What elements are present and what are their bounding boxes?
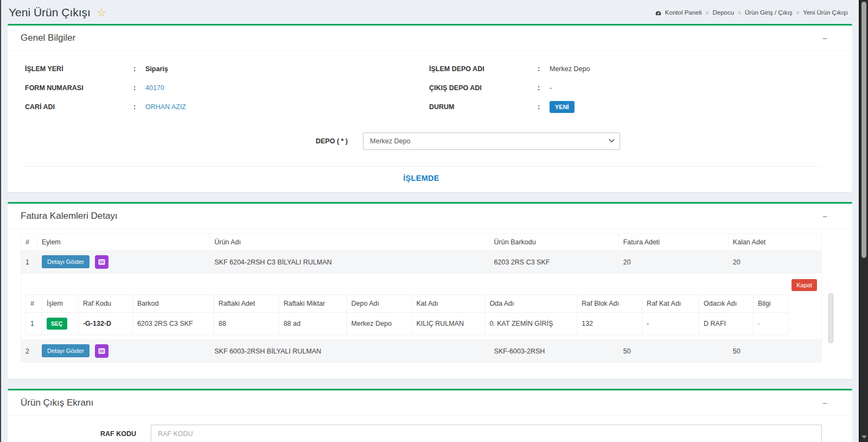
field-label: İŞLEM YERİ (25, 65, 133, 73)
genel-right-column: İŞLEM DEPO ADI : Merkez Depo ÇIKIŞ DEPO … (425, 63, 822, 113)
list-icon-button[interactable] (95, 344, 108, 358)
status-badge: YENİ (550, 101, 575, 113)
breadcrumb-separator: > (796, 10, 799, 16)
field-value: Sipariş (145, 65, 168, 73)
collapse-minus-icon[interactable]: − (822, 212, 827, 220)
cell-oda-adi: 0. KAT ZEMİN GİRİŞ (485, 313, 577, 335)
col-header-kalan-adet: Kalan Adet (728, 234, 821, 251)
panel-genel-bilgiler: Genel Bilgiler − İŞLEM YERİ : Sipariş FO… (8, 24, 852, 192)
cell-barkod: 6203 2RS C3 SKF (132, 313, 214, 335)
col-header-fatura-adeti: Fatura Adeti (618, 234, 728, 251)
cell-raf-kat-adi: - (642, 313, 699, 335)
col-header-eylem: Eylem (37, 234, 210, 251)
detay-goster-button[interactable]: Detayı Göster (42, 344, 90, 357)
col-header-oda-adi: Oda Adı (485, 295, 577, 313)
col-header-raf-kat-adi: Raf Kat Adı (642, 295, 699, 313)
detay-goster-button[interactable]: Detayı Göster (42, 255, 90, 268)
list-icon-button[interactable] (95, 255, 108, 269)
col-header-urun-adi: Ürün Adı (210, 234, 489, 251)
panel-genel-bilgiler-header: Genel Bilgiler − (8, 26, 852, 51)
cell-raftaki-adet: 88 (214, 313, 279, 335)
cell-odacik-adi: D RAFI (699, 313, 754, 335)
kapat-button[interactable]: Kapat (792, 279, 817, 291)
breadcrumb-item-urun-giris-cikis[interactable]: Ürün Giriş / Çıkış (745, 9, 793, 16)
raf-kodu-input[interactable] (151, 425, 822, 442)
raf-kodu-label: RAF KODU (21, 430, 151, 438)
content-header: Yeni Ürün Çıkışı ☆ Kontol Paneli > Depoc… (8, 0, 852, 24)
cell-num: 2 (21, 340, 37, 363)
genel-footer: İŞLEMDE (21, 166, 822, 192)
breadcrumb-item-kontrol-paneli[interactable]: Kontol Paneli (665, 9, 702, 16)
collapse-minus-icon[interactable]: − (822, 399, 827, 407)
col-header-odacik-adi: Odacık Adı (699, 295, 754, 313)
panel-urun-cikis-header: Ürün Çıkış Ekranı − (8, 390, 852, 416)
fatura-table: # Eylem Ürün Adı Ürün Barkodu Fatura Ade… (21, 233, 822, 363)
field-cari-adi: CARİ ADI : ORHAN AZIZ (25, 101, 425, 113)
depo-select[interactable]: Merkez Depo (363, 132, 620, 150)
islemde-link[interactable]: İŞLEMDE (403, 174, 439, 182)
breadcrumb: Kontol Paneli > Depocu > Ürün Giriş / Çı… (655, 9, 850, 16)
cell-kalan-adet: 20 (728, 251, 821, 274)
field-colon: : (133, 103, 145, 111)
col-header-raftaki-miktar: Raftaki Miktar (279, 295, 347, 313)
shelf-detail-table: # İşlem Raf Kodu Barkod Raftaki Adet Raf… (25, 294, 789, 335)
cell-raftaki-miktar: 88 ad (279, 313, 347, 335)
breadcrumb-separator: > (738, 10, 741, 16)
form-number-link[interactable]: 40170 (145, 84, 164, 92)
field-colon: : (538, 84, 550, 92)
cell-barcode: SKF-6003-2RSH (489, 340, 618, 363)
scrollbar-down-arrow-icon[interactable] (861, 435, 867, 439)
cell-eylem: Detayı Göster (37, 340, 210, 363)
table-row-1: 1 Detayı Göster SKF 6204-2RSH C3 BİLYALI… (21, 251, 822, 274)
detail-scrollbar-thumb[interactable] (828, 293, 833, 343)
field-value: Merkez Depo (550, 65, 590, 73)
shelf-table-row: 1 SEÇ -G-132-D 6203 2RS C3 SKF 88 88 ad … (26, 313, 789, 335)
field-label: FORM NUMARASI (25, 84, 133, 92)
page-scrollbar-thumb[interactable] (861, 2, 866, 258)
raf-kodu-form-row: RAF KODU (21, 425, 822, 442)
page-scrollbar[interactable] (859, 0, 868, 442)
breadcrumb-item-depocu[interactable]: Depocu (712, 9, 734, 16)
table-list-icon (98, 259, 105, 265)
field-form-numarasi: FORM NUMARASI : 40170 (25, 82, 425, 94)
cell-depo-adi: Merkez Depo (347, 313, 412, 335)
panel-fatura-kalemleri: Fatura Kalemleri Detayı − # Eylem Ürün A… (8, 202, 852, 379)
cell-product: SKF 6003-2RSH BİLYALI RULMAN (210, 340, 489, 363)
field-label: ÇIKIŞ DEPO ADI (429, 84, 538, 92)
panel-title: Genel Bilgiler (21, 33, 75, 43)
col-header-num: # (26, 295, 42, 313)
table-row-detail: Kapat # (21, 274, 822, 340)
col-header-urun-barkodu: Ürün Barkodu (489, 234, 618, 251)
cell-raf-blok-adi: 132 (577, 313, 642, 335)
field-label: CARİ ADI (25, 103, 133, 111)
col-header-depo-adi: Depo Adı (347, 295, 412, 313)
favorite-star-icon[interactable]: ☆ (97, 7, 106, 18)
field-colon: : (133, 84, 145, 92)
page-title: Yeni Ürün Çıkışı (9, 6, 91, 19)
panel-title: Fatura Kalemleri Detayı (21, 211, 118, 222)
field-value: - (550, 84, 552, 92)
cell-bilgi: - (753, 313, 788, 335)
field-durum: DURUM : YENİ (429, 101, 822, 113)
shelf-table-header-row: # İşlem Raf Kodu Barkod Raftaki Adet Raf… (26, 295, 789, 313)
col-header-kat-adi: Kat Adı (412, 295, 485, 313)
depo-form-row: DEPO ( * ) Merkez Depo (316, 132, 822, 150)
col-header-islem: İşlem (42, 295, 78, 313)
cell-fatura-adeti: 50 (618, 340, 728, 363)
cell-raf-kodu: -G-132-D (78, 313, 132, 335)
window-left-border (0, 0, 1, 442)
cell-kat-adi: KILIÇ RULMAN (412, 313, 485, 335)
dashboard-icon (655, 10, 662, 17)
depo-label: DEPO ( * ) (316, 137, 348, 145)
panel-urun-cikis-ekrani: Ürün Çıkış Ekranı − RAF KODU (8, 389, 852, 442)
col-header-raf-blok-adi: Raf Blok Adı (577, 295, 642, 313)
table-row-2: 2 Detayı Göster SKF 6003-2RSH BİLYALI RU… (21, 340, 822, 363)
sec-button[interactable]: SEÇ (47, 318, 67, 330)
collapse-minus-icon[interactable]: − (822, 34, 827, 42)
panel-fatura-header: Fatura Kalemleri Detayı − (8, 204, 852, 229)
col-header-raf-kodu: Raf Kodu (78, 295, 132, 313)
page-content: Yeni Ürün Çıkışı ☆ Kontol Paneli > Depoc… (1, 0, 859, 442)
genel-left-column: İŞLEM YERİ : Sipariş FORM NUMARASI : 401… (21, 63, 425, 113)
cell-fatura-adeti: 20 (618, 251, 728, 274)
customer-name-link[interactable]: ORHAN AZIZ (145, 103, 186, 111)
